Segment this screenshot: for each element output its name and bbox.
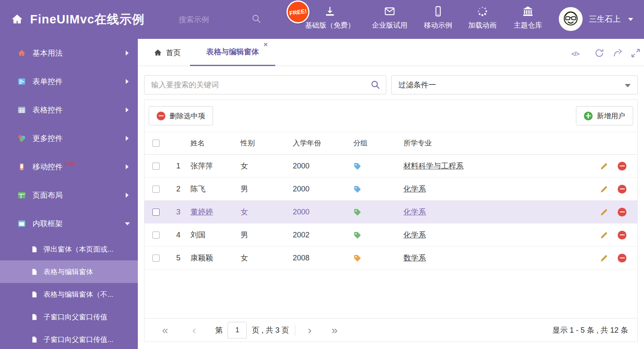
tab-grid-edit-window[interactable]: 表格与编辑窗体 × — [190, 39, 275, 66]
edit-icon[interactable] — [600, 185, 609, 194]
table-row[interactable]: 4 刘国 男 2002 化学系 — [145, 224, 637, 247]
sidebar-item-table-controls[interactable]: 表格控件 — [0, 96, 138, 124]
page-suffix-label: 页 , 共 3 页 — [252, 325, 289, 335]
row-number: 1 — [167, 155, 186, 177]
widgets-icon — [18, 134, 26, 143]
table-row[interactable]: 1 张萍萍 女 2000 材料科学与工程系 — [145, 155, 637, 178]
column-header-name[interactable]: 姓名 — [186, 132, 236, 154]
row-checkbox[interactable] — [152, 163, 160, 170]
nav-label: 移动示例 — [424, 20, 452, 30]
sidebar-subitem-child-to-parent[interactable]: 子窗口向父窗口传值 — [0, 306, 138, 328]
grid-search-input[interactable] — [144, 75, 386, 94]
mobile-icon — [432, 5, 444, 17]
sidebar-item-iframe[interactable]: 内联框架 — [0, 209, 138, 238]
home-icon — [154, 48, 162, 57]
major-link[interactable]: 化学系 — [403, 207, 426, 217]
delete-row-icon[interactable] — [618, 162, 626, 171]
home-icon[interactable] — [11, 13, 23, 25]
header-search-input[interactable] — [179, 13, 250, 27]
table-icon — [18, 106, 26, 114]
column-header-year[interactable]: 入学年份 — [289, 132, 349, 154]
nav-basic-edition[interactable]: 基础版（免费） — [299, 5, 361, 30]
sidebar-item-more-controls[interactable]: 更多控件 — [0, 124, 138, 153]
sidebar-item-page-layout[interactable]: 页面布局 — [0, 181, 138, 209]
theme-store-icon — [522, 5, 534, 17]
sidebar-item-mobile-controls[interactable]: 移动控件 Corp. — [0, 153, 138, 181]
nav-theme-store[interactable]: 主题仓库 — [497, 5, 559, 30]
edit-icon[interactable] — [600, 162, 609, 171]
select-all-checkbox[interactable] — [152, 140, 160, 147]
table-row-selected[interactable]: 3 董婷婷 女 2000 化学系 — [145, 201, 637, 224]
caret-down-icon[interactable] — [628, 18, 633, 21]
edit-icon[interactable] — [600, 254, 609, 262]
filter-bar: 过滤条件一 — [144, 75, 638, 94]
row-checkbox[interactable] — [152, 232, 160, 239]
envelope-icon — [384, 5, 396, 17]
search-icon[interactable] — [370, 80, 380, 90]
tab-bar: 首页 表格与编辑窗体 × </> — [138, 39, 644, 66]
pagination-bar: « ‹ 第 页 , 共 3 页 › » 显示 1 - 5 条 , 共 12 条 — [145, 318, 637, 341]
row-checkbox[interactable] — [152, 209, 160, 216]
filter-dropdown[interactable]: 过滤条件一 — [391, 75, 638, 94]
previous-page-button[interactable]: ‹ — [192, 325, 196, 336]
sidebar-subitem-grid-edit-window-2[interactable]: 表格与编辑窗体（不... — [0, 283, 138, 306]
first-page-button[interactable]: « — [162, 325, 168, 336]
cell-gender: 女 — [236, 201, 289, 223]
next-page-button[interactable]: › — [308, 325, 312, 336]
cell-gender: 女 — [236, 247, 289, 269]
source-code-icon[interactable]: </> — [571, 50, 579, 57]
major-link[interactable]: 化学系 — [403, 184, 426, 194]
close-icon[interactable]: × — [264, 41, 268, 48]
button-label: 新增用户 — [597, 111, 625, 121]
tab-home[interactable]: 首页 — [150, 39, 184, 66]
nav-label: 加载动画 — [468, 20, 497, 30]
delete-row-icon[interactable] — [618, 231, 626, 239]
edit-icon[interactable] — [600, 208, 609, 217]
major-link[interactable]: 化学系 — [403, 230, 426, 240]
open-in-new-icon[interactable] — [613, 48, 623, 58]
page-number-input[interactable] — [228, 322, 247, 339]
sidebar-item-form-controls[interactable]: 表单控件 — [0, 67, 138, 96]
user-avatar[interactable] — [559, 7, 583, 31]
row-number: 3 — [167, 201, 186, 223]
sidebar-item-basic-usage[interactable]: 基本用法 — [0, 39, 138, 67]
fullscreen-icon[interactable] — [631, 48, 641, 58]
divider — [295, 325, 295, 336]
file-icon — [31, 336, 38, 343]
table-row[interactable]: 5 康颖颖 女 2008 数学系 — [145, 247, 637, 270]
last-page-button[interactable]: » — [332, 325, 337, 336]
username[interactable]: 三生石上 — [589, 14, 621, 25]
sidebar-subitem-popup-window[interactable]: 弹出窗体（本页面或... — [0, 238, 138, 260]
sidebar-subitem-label: 子窗口向父窗口传值 — [43, 312, 107, 322]
column-header-group[interactable]: 分组 — [349, 132, 399, 154]
delete-row-icon[interactable] — [618, 208, 626, 217]
delete-row-icon[interactable] — [618, 254, 626, 262]
column-header-actions — [587, 132, 637, 154]
sidebar-subitem-child-to-parent-2[interactable]: 子窗口向父窗口传值... — [0, 328, 138, 349]
nav-label: 基础版（免费） — [305, 20, 355, 30]
chevron-down-icon — [625, 84, 631, 87]
row-checkbox[interactable] — [152, 255, 160, 262]
download-icon — [324, 5, 336, 17]
table-row[interactable]: 2 陈飞 男 2000 化学系 — [145, 178, 637, 201]
add-user-button[interactable]: 新增用户 — [576, 106, 633, 125]
search-icon[interactable] — [251, 14, 261, 24]
major-link[interactable]: 数学系 — [403, 253, 426, 263]
major-link[interactable]: 材料科学与工程系 — [403, 161, 464, 171]
file-icon — [31, 246, 38, 253]
refresh-icon[interactable] — [594, 48, 604, 58]
sidebar-subitem-label: 表格与编辑窗体 — [43, 267, 93, 277]
delete-selected-button[interactable]: 删除选中项 — [149, 106, 213, 125]
row-checkbox[interactable] — [152, 186, 160, 193]
cell-name: 张萍萍 — [186, 155, 236, 177]
column-header-major[interactable]: 所学专业 — [399, 132, 587, 154]
edit-icon[interactable] — [600, 231, 609, 239]
delete-row-icon[interactable] — [618, 185, 626, 194]
sidebar-item-label: 移动控件 — [33, 162, 63, 172]
nav-label: 主题仓库 — [514, 20, 542, 30]
grid-panel: 删除选中项 新增用户 姓名 性别 入学年份 分组 所学专业 — [144, 99, 638, 342]
column-header-gender[interactable]: 性别 — [236, 132, 289, 154]
chevron-right-icon — [126, 136, 129, 141]
sidebar: 基本用法 表单控件 表格控件 更多控件 — [0, 39, 138, 349]
sidebar-subitem-grid-edit-window[interactable]: 表格与编辑窗体 — [0, 260, 138, 283]
